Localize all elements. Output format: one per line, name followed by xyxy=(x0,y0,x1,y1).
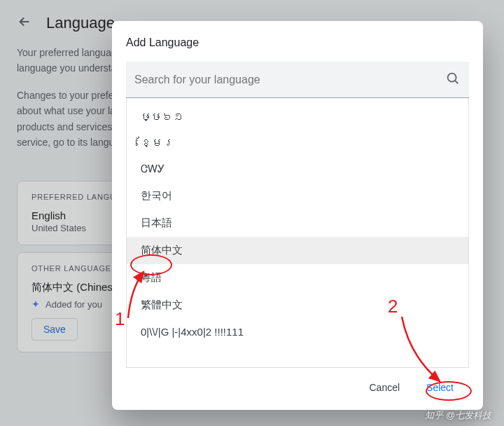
annotation-number-2: 2 xyxy=(388,296,398,317)
svg-point-0 xyxy=(448,73,456,81)
list-item[interactable]: 日本語 xyxy=(127,209,468,237)
modal-title: Add Language xyxy=(126,36,469,49)
list-item[interactable]: 繁體中文 xyxy=(127,291,468,319)
add-language-modal: Add Language ឞ្ឞ៦១ខ្មែរᏣᎳᎩ한국어日本語简体中文粵語繁體… xyxy=(112,21,483,410)
list-item[interactable]: 한국어 xyxy=(127,182,468,209)
select-button[interactable]: Select xyxy=(419,378,461,397)
list-item[interactable]: ᏣᎳᎩ xyxy=(127,156,468,182)
list-item[interactable]: 0|\\/|G |-|4xx0|2 !!!!111 xyxy=(127,319,468,345)
list-item[interactable]: 粵語 xyxy=(127,264,468,291)
language-list[interactable]: ឞ្ឞ៦១ខ្មែរᏣᎳᎩ한국어日本語简体中文粵語繁體中文0|\\/|G |-|… xyxy=(127,98,468,367)
search-icon[interactable] xyxy=(445,71,461,89)
list-item[interactable]: ខ្មែរ xyxy=(127,130,468,156)
annotation-number-1: 1 xyxy=(115,308,125,330)
search-input[interactable] xyxy=(134,74,445,86)
search-box xyxy=(126,62,469,98)
watermark: 知乎 @七发科技 xyxy=(425,409,491,422)
cancel-button[interactable]: Cancel xyxy=(362,378,407,397)
list-item[interactable]: 简体中文 xyxy=(127,237,468,264)
list-item[interactable]: ឞ្ឞ៦១ xyxy=(127,104,468,130)
